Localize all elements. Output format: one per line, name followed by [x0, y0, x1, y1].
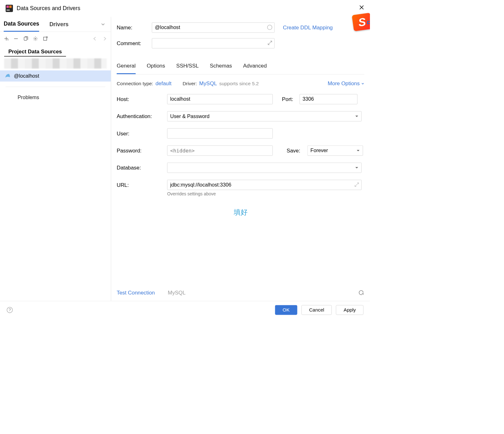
back-icon[interactable] — [92, 36, 97, 41]
gear-icon[interactable] — [33, 36, 38, 41]
forward-icon[interactable] — [102, 36, 107, 41]
dialog-footer: ? OK Cancel Apply — [0, 301, 370, 318]
copy-icon[interactable] — [23, 36, 28, 41]
revert-icon[interactable] — [358, 290, 364, 296]
tree-separator — [6, 87, 105, 87]
problems-label: Problems — [18, 94, 39, 100]
svg-rect-3 — [7, 10, 10, 10]
host-field[interactable] — [167, 94, 273, 104]
problems-item[interactable]: Problems — [0, 92, 111, 103]
svg-rect-2 — [9, 6, 11, 8]
svg-text:?: ? — [9, 307, 11, 312]
left-panel: Data Sources Drivers Project Data Source… — [0, 17, 111, 301]
expand-icon[interactable] — [354, 182, 359, 187]
left-tabs: Data Sources Drivers — [0, 17, 111, 32]
tab-data-sources[interactable]: Data Sources — [4, 17, 39, 32]
conn-type-label: Connection type: — [117, 81, 153, 86]
name-row: Name: Create DDL Mapping — [117, 22, 364, 33]
right-panel: Name: Create DDL Mapping Comment: Genera… — [111, 17, 370, 301]
mysql-icon — [5, 73, 11, 79]
color-circle-icon[interactable] — [267, 25, 272, 30]
save-label: Save: — [287, 147, 308, 154]
tab-schemas[interactable]: Schemas — [210, 60, 232, 74]
host-row: Host: Port: — [117, 94, 364, 104]
auth-row: Authentication: User & Password — [117, 111, 364, 121]
driver-supports: supports since 5.2 — [219, 81, 259, 86]
connection-meta: Connection type: default Driver: MySQL s… — [117, 80, 364, 87]
url-block: URL: Overrides settings above — [117, 180, 364, 197]
datasource-label: @localhost — [14, 73, 39, 79]
comment-row: Comment: — [117, 38, 364, 48]
auth-label: Authentication: — [117, 113, 167, 120]
cancel-button[interactable]: Cancel — [302, 305, 332, 315]
user-label: User: — [117, 130, 167, 137]
driver-label: Driver: — [183, 81, 197, 86]
redacted-datasource — [4, 58, 107, 68]
user-field[interactable] — [167, 128, 273, 139]
port-label: Port: — [282, 96, 300, 102]
svg-point-5 — [35, 38, 36, 39]
chevron-down-icon[interactable] — [101, 22, 105, 27]
more-options-link[interactable]: More Options — [328, 80, 364, 87]
password-label: Password: — [117, 147, 167, 154]
name-field[interactable] — [152, 22, 275, 33]
svg-rect-1 — [7, 6, 9, 8]
comment-label: Comment: — [117, 40, 152, 46]
main-body: Data Sources Drivers Project Data Source… — [0, 17, 370, 301]
tab-options[interactable]: Options — [147, 60, 165, 74]
datasource-item-localhost[interactable]: @localhost — [0, 70, 111, 81]
close-icon[interactable] — [359, 5, 365, 10]
svg-rect-4 — [24, 37, 27, 40]
window-title: Data Sources and Drivers — [17, 5, 80, 12]
tab-ssh[interactable]: SSH/SSL — [176, 60, 199, 74]
tab-general[interactable]: General — [117, 60, 136, 74]
database-select[interactable] — [167, 163, 362, 173]
create-ddl-link[interactable]: Create DDL Mapping — [283, 24, 333, 31]
help-icon[interactable]: ? — [7, 306, 13, 313]
tab-drivers[interactable]: Drivers — [50, 17, 69, 31]
bottom-bar: Test Connection MySQL — [117, 284, 364, 301]
port-field[interactable] — [300, 94, 358, 104]
apply-button[interactable]: Apply — [336, 305, 363, 315]
inner-tabs: General Options SSH/SSL Schemas Advanced — [117, 60, 364, 74]
comment-field[interactable] — [152, 38, 275, 48]
driver-name-label: MySQL — [168, 290, 185, 296]
expand-icon[interactable] — [267, 40, 273, 45]
annotation-text: 填好 — [117, 208, 364, 217]
form-grid: Host: Port: Authentication: User & Passw… — [117, 94, 364, 196]
add-icon[interactable] — [4, 36, 9, 41]
save-select[interactable]: Forever — [308, 146, 363, 156]
user-row: User: — [117, 128, 364, 139]
url-label: URL: — [117, 182, 167, 188]
password-row: Password: Save: Forever — [117, 146, 364, 156]
database-row: Database: — [117, 163, 364, 173]
ime-lang-icon: 中 — [367, 18, 370, 29]
url-field[interactable] — [167, 180, 362, 190]
password-field[interactable] — [167, 146, 273, 156]
left-toolbar — [0, 32, 111, 46]
driver-value[interactable]: MySQL — [199, 80, 217, 87]
titlebar: Data Sources and Drivers — [0, 0, 370, 17]
conn-type-value[interactable]: default — [155, 80, 172, 87]
remove-icon[interactable] — [14, 36, 19, 41]
host-label: Host: — [117, 96, 167, 102]
name-label: Name: — [117, 24, 152, 31]
tab-advanced[interactable]: Advanced — [243, 60, 267, 74]
dialog: Data Sources and Drivers Data Sources Dr… — [0, 0, 370, 318]
test-connection-link[interactable]: Test Connection — [117, 290, 155, 296]
database-label: Database: — [117, 165, 167, 171]
app-icon — [6, 5, 13, 12]
section-header: Project Data Sources — [0, 46, 111, 56]
url-hint: Overrides settings above — [167, 191, 364, 196]
ok-button[interactable]: OK — [275, 305, 297, 315]
import-icon[interactable] — [43, 36, 48, 41]
auth-select[interactable]: User & Password — [167, 111, 362, 121]
